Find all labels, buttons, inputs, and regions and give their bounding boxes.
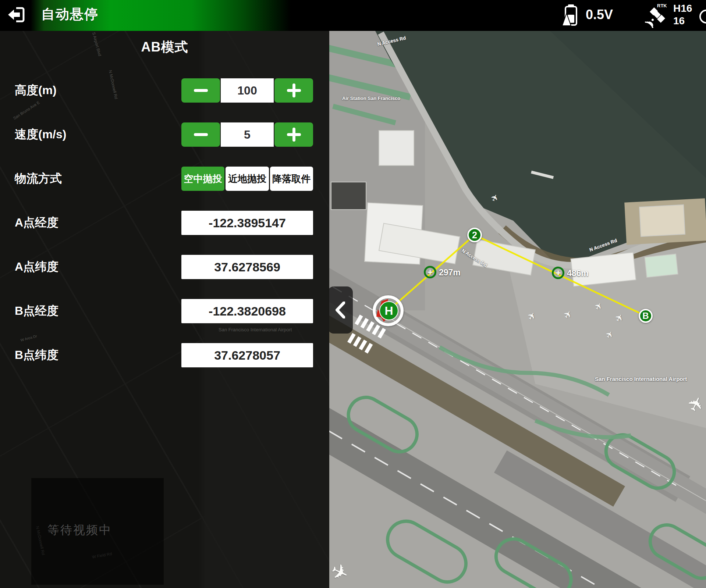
minus-icon [194, 133, 208, 136]
plus-icon [287, 133, 301, 136]
speed-stepper: 5 [181, 122, 313, 147]
panel-collapse-handle[interactable] [329, 286, 353, 334]
top-bar: 自动悬停 0.5V [0, 0, 706, 31]
airport-label-dim: San Francisco International Airport [219, 327, 292, 332]
chevron-left-icon [336, 302, 345, 318]
battery-voltage: 0.5V [586, 0, 613, 31]
segment1-midpoint-marker[interactable]: + [424, 266, 436, 278]
app-screen: { "colors": { "accent_green": "#36a32f",… [0, 0, 706, 588]
rtk-status: RTK [645, 3, 669, 28]
point-a-lat-label: A点纬度 [15, 259, 58, 275]
point-a-lat-field[interactable]: 37.6278569 [181, 255, 313, 279]
point-b-lat-label: B点纬度 [15, 347, 58, 363]
segment2-distance: 486m [567, 268, 589, 278]
page-title: 自动悬停 [41, 0, 99, 31]
mode-land-pickup-button[interactable]: 降落取件 [270, 167, 313, 191]
speed-value[interactable]: 5 [221, 122, 274, 147]
segment2-midpoint-marker[interactable]: + [552, 267, 564, 279]
altitude-minus-button[interactable] [181, 78, 220, 103]
mode-air-drop-button[interactable]: 空中抛投 [181, 167, 224, 191]
point-a-lon-field[interactable]: -122.3895147 [181, 211, 313, 235]
waypoint-2-label: 2 [472, 230, 477, 240]
speed-plus-button[interactable] [274, 122, 313, 147]
point-b-lon-field[interactable]: -122.3820698 [181, 299, 313, 323]
poi-label-sfo: San Francisco International Airport [595, 376, 687, 382]
svg-text:RTK: RTK [657, 3, 667, 8]
point-b-lon-label: B点经度 [15, 303, 58, 319]
waypoint-b-marker[interactable]: B [639, 309, 653, 323]
minus-icon [194, 89, 208, 92]
battery-icon [560, 3, 582, 27]
battery-status [560, 3, 582, 27]
video-status-text: 等待视频中 [47, 522, 112, 538]
logistics-mode-group: 空中抛投 近地抛投 降落取件 [181, 167, 313, 191]
poi-label-air-station: Air Station San Francisco [342, 96, 400, 101]
waypoint-b-label: B [642, 311, 649, 321]
link-id: H16 16 [673, 2, 692, 27]
altitude-plus-button[interactable] [274, 78, 313, 103]
point-a-lon-label: A点经度 [15, 215, 58, 231]
segment1-distance: 297m [439, 268, 461, 278]
back-button[interactable] [5, 4, 26, 25]
speed-label: 速度(m/s) [15, 126, 66, 143]
plus-icon: + [555, 267, 561, 279]
home-marker[interactable]: H [373, 295, 404, 326]
satellite-count: 16 [673, 15, 692, 27]
edge-clipped-icon [699, 10, 706, 24]
rtk-satellite-icon: RTK [645, 3, 669, 28]
altitude-value[interactable]: 100 [221, 78, 274, 103]
mode-low-drop-button[interactable]: 近地抛投 [226, 167, 269, 191]
link-id-value: H16 [673, 2, 692, 15]
plus-icon: + [427, 267, 433, 278]
back-icon [5, 4, 26, 25]
speed-minus-button[interactable] [181, 122, 220, 147]
panel-title: AB模式 [0, 38, 329, 56]
logistics-label: 物流方式 [15, 171, 62, 187]
altitude-stepper: 100 [181, 78, 313, 103]
satellite-map[interactable]: N Access Rd N Access Rd N Access Rd Air … [329, 31, 706, 588]
altitude-label: 高度(m) [15, 82, 57, 99]
home-label: H [379, 301, 398, 320]
waypoint-2-marker[interactable]: 2 [467, 228, 482, 242]
mission-panel: S Airport Blvd N McDonnell Rd San Bruno … [0, 31, 329, 588]
plus-icon [287, 89, 301, 92]
point-b-lat-field[interactable]: 37.6278057 [181, 343, 313, 367]
